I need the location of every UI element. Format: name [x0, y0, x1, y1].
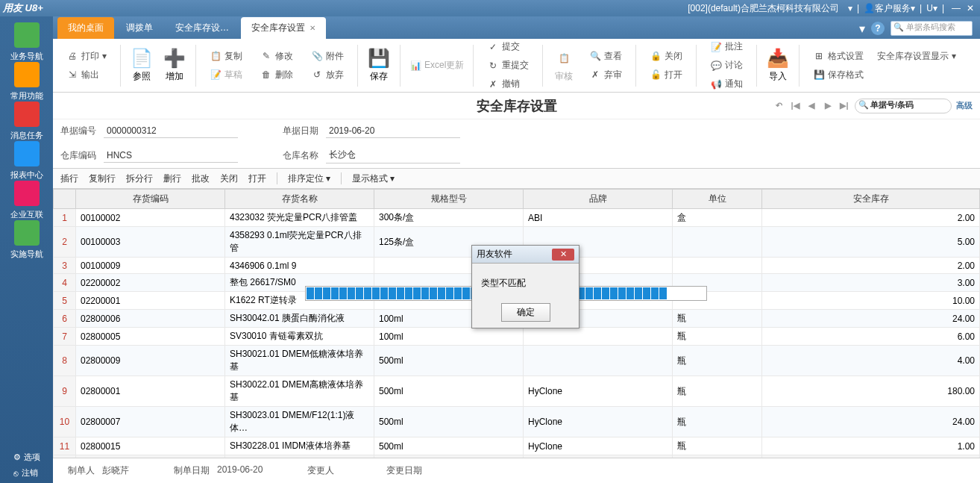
insert-row-button[interactable]: 插行 — [60, 172, 78, 185]
sort-button[interactable]: 排序定位 ▾ — [288, 172, 330, 185]
add-button[interactable]: ➕增加 — [160, 45, 189, 86]
cell-brand[interactable] — [524, 346, 673, 376]
print-button[interactable]: 🖨打印 ▾ — [63, 49, 110, 64]
cell-qty[interactable]: 5.00 — [762, 227, 980, 258]
nav-item-2[interactable]: 消息任务 — [10, 102, 43, 141]
customer-service[interactable]: 客户服务 — [875, 2, 911, 15]
cell-code[interactable]: 02200002 — [76, 274, 225, 292]
delete-row-button[interactable]: 删行 — [163, 172, 181, 185]
org-name[interactable]: [002](default)合肥兰杰柯科技有限公司 — [688, 2, 839, 15]
nav-item-0[interactable]: 业务导航 — [10, 22, 43, 62]
close-row-button[interactable]: 关闭 — [220, 172, 238, 185]
tab-3[interactable]: 安全库存设置✕ — [241, 17, 326, 39]
cell-qty[interactable]: 180.00 — [762, 376, 980, 407]
cell-qty[interactable]: 10.00 — [762, 292, 980, 310]
excel-button[interactable]: 📊Excel更新 — [406, 57, 467, 73]
cell-code[interactable]: 02800005 — [76, 328, 225, 346]
table-row[interactable]: 9 02800001 SH30022.01 DMEM高糖液体培养基 500ml … — [54, 376, 980, 407]
cell-spec[interactable]: 500ml — [374, 407, 524, 437]
saveformat-button[interactable]: 💾保存格式 — [810, 67, 959, 83]
cell-code[interactable]: 02800009 — [76, 346, 225, 376]
cell-spec[interactable]: 500ml — [374, 346, 524, 376]
tab-2[interactable]: 安全库存设… — [165, 17, 239, 39]
display-button[interactable]: 安全库存设置显示 ▾ — [874, 49, 959, 64]
u-menu[interactable]: U — [926, 3, 933, 13]
table-row[interactable]: 1 00100002 4323032 荧光定量PCR八排管盖 300条/盒 AB… — [54, 209, 980, 227]
cell-qty[interactable]: 6.00 — [762, 328, 980, 346]
import-button[interactable]: 📥导入 — [763, 45, 793, 86]
tab-close-icon[interactable]: ✕ — [310, 24, 315, 32]
dialog-ok-button[interactable]: 确定 — [501, 303, 550, 322]
nav-logout[interactable]: ⎋注销 — [9, 467, 45, 479]
nav-item-4[interactable]: 企业互联 — [10, 181, 43, 220]
cell-brand[interactable]: HyClone — [524, 407, 673, 437]
table-row[interactable]: 11 02800015 SH30228.01 IMDM液体培养基 500ml H… — [54, 437, 980, 455]
cell-brand[interactable] — [524, 328, 673, 346]
nav-item-5[interactable]: 实施导航 — [10, 220, 43, 260]
minimize-icon[interactable]: — — [949, 3, 964, 13]
dialog-close-button[interactable]: ✕ — [552, 249, 574, 261]
cell-spec[interactable]: 500ml — [374, 376, 524, 407]
notify-button[interactable]: 📢通知 — [707, 76, 746, 92]
last-icon[interactable]: ▶| — [838, 100, 850, 112]
advanced-link[interactable]: 高级 — [956, 100, 973, 111]
split-row-button[interactable]: 拆分行 — [126, 172, 153, 185]
table-row[interactable]: 7 02800005 SV30010 青链霉素双抗 100ml 瓶 6.00 — [54, 328, 980, 346]
attach-button[interactable]: 📎附件 — [308, 49, 347, 64]
col-header-6[interactable]: 安全库存 — [762, 190, 980, 209]
note-button[interactable]: 📝批注 — [707, 39, 746, 54]
cell-unit[interactable]: 瓶 — [673, 328, 762, 346]
cell-name[interactable]: SH30023.01 DMEM/F12(1:1)液体… — [225, 407, 374, 437]
col-header-3[interactable]: 规格型号 — [374, 190, 524, 209]
nav-item-3[interactable]: 报表中心 — [10, 141, 43, 181]
cell-brand[interactable]: HyClone — [524, 376, 673, 407]
cell-code[interactable]: 00100002 — [76, 209, 225, 227]
cell-qty[interactable]: 2.00 — [762, 209, 980, 227]
cell-name[interactable]: 4358293 0.1ml荧光定量PCR八排管 — [225, 227, 374, 258]
col-header-2[interactable]: 存货名称 — [225, 190, 374, 209]
cell-qty[interactable]: 24.00 — [762, 310, 980, 328]
cell-unit[interactable]: 瓶 — [673, 376, 762, 407]
cell-unit[interactable]: 盒 — [673, 209, 762, 227]
table-row[interactable]: 10 02800007 SH30023.01 DMEM/F12(1:1)液体… … — [54, 407, 980, 437]
cell-unit[interactable]: 瓶 — [673, 407, 762, 437]
cell-name[interactable]: SH30228.01 IMDM液体培养基 — [225, 437, 374, 455]
tabs-dropdown-icon[interactable]: ▾ — [859, 22, 865, 36]
format-button[interactable]: ⊞格式设置 — [810, 49, 867, 64]
cell-qty[interactable]: 3.00 — [762, 274, 980, 292]
cell-unit[interactable]: 瓶 — [673, 437, 762, 455]
copy-row-button[interactable]: 复制行 — [89, 172, 116, 185]
reference-button[interactable]: 📄参照 — [127, 45, 157, 86]
cell-name[interactable]: SH30022.01 DMEM高糖液体培养基 — [225, 376, 374, 407]
cell-name[interactable]: 4323032 荧光定量PCR八排管盖 — [225, 209, 374, 227]
barcode-search-input[interactable]: 单据条码搜索 — [891, 21, 973, 36]
help-icon[interactable]: ? — [871, 22, 885, 35]
cell-unit[interactable] — [673, 227, 762, 258]
delete-button[interactable]: 🗑删除 — [257, 67, 296, 83]
cell-code[interactable]: 00100003 — [76, 227, 225, 258]
cell-unit[interactable] — [673, 258, 762, 274]
copy-button[interactable]: 📋复制 — [207, 49, 245, 64]
u-dropdown-icon[interactable]: ▾ — [933, 3, 937, 13]
cell-name[interactable]: SH30042.01 胰蛋白酶消化液 — [225, 310, 374, 328]
cell-spec[interactable]: 500ml — [374, 437, 524, 455]
cell-code[interactable]: 00100009 — [76, 258, 225, 274]
output-button[interactable]: ⇲输出 — [63, 67, 110, 83]
next-icon[interactable]: ▶ — [822, 100, 834, 112]
cell-code[interactable]: 02800001 — [76, 376, 225, 407]
col-header-5[interactable]: 单位 — [673, 190, 762, 209]
save-button[interactable]: 💾保存 — [364, 45, 394, 86]
cell-unit[interactable]: 瓶 — [673, 346, 762, 376]
undo-icon[interactable]: ↶ — [773, 100, 785, 112]
nav-options[interactable]: ⚙选项 — [9, 452, 45, 463]
discuss-button[interactable]: 💬讨论 — [707, 57, 746, 73]
cell-spec[interactable]: 300条/盒 — [374, 209, 524, 227]
prev-icon[interactable]: ◀ — [805, 100, 817, 112]
tab-0[interactable]: 我的桌面 — [57, 17, 114, 39]
cell-spec[interactable]: 100ml — [374, 328, 524, 346]
cell-brand[interactable]: ABI — [524, 209, 673, 227]
table-row[interactable]: 8 02800009 SH30021.01 DMEM低糖液体培养基 500ml … — [54, 346, 980, 376]
cell-brand[interactable]: HyClone — [524, 437, 673, 455]
cell-unit[interactable]: 瓶 — [673, 310, 762, 328]
cell-qty[interactable]: 1.00 — [762, 437, 980, 455]
